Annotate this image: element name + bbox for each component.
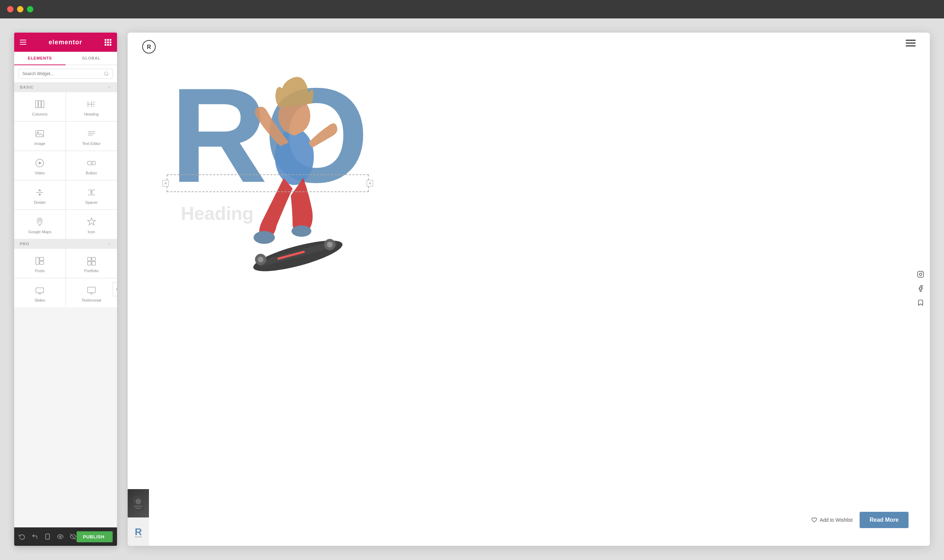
svg-rect-56 (88, 257, 91, 261)
sidebar-collapse-handle[interactable] (113, 282, 117, 296)
svg-point-7 (327, 242, 333, 248)
widget-columns[interactable]: Columns (14, 92, 66, 121)
menu-line (20, 44, 26, 45)
wishlist-button[interactable]: Add to Wishlist (812, 517, 853, 523)
widget-image-label: Image (34, 142, 45, 146)
widget-slides[interactable]: Slides (14, 278, 66, 307)
svg-point-15 (919, 273, 922, 276)
hamburger-line-2 (906, 43, 916, 44)
collapse-icon-pro (107, 242, 111, 246)
website-content: R RO (128, 32, 930, 546)
widget-heading-label: Heading (84, 112, 99, 116)
menu-line (20, 42, 26, 43)
publish-dropdown-arrow[interactable]: ▲ (111, 532, 113, 542)
chevron-left-icon (115, 287, 117, 291)
widget-divider-label: Divider (34, 200, 46, 205)
widget-video[interactable]: Video (14, 151, 66, 180)
maximize-button[interactable] (27, 6, 33, 12)
image-icon (35, 129, 45, 138)
elementor-logo: elementor (49, 38, 82, 46)
preview-icon[interactable] (57, 533, 64, 540)
widget-image[interactable]: Image (14, 122, 66, 151)
widget-button[interactable]: Button (66, 151, 117, 180)
widget-divider[interactable]: Divider (14, 180, 66, 209)
widget-button-label: Button (86, 171, 97, 175)
svg-point-51 (38, 219, 41, 222)
google-maps-icon (35, 217, 45, 227)
svg-marker-40 (38, 162, 42, 165)
section-basic[interactable]: BASIC (14, 82, 117, 92)
svg-rect-64 (46, 534, 50, 540)
search-input[interactable] (22, 71, 101, 76)
svg-point-5 (258, 257, 263, 262)
undo-icon[interactable] (31, 533, 38, 540)
portfolio-icon (86, 256, 97, 266)
columns-icon (35, 99, 45, 109)
widget-spacer[interactable]: Spacer (66, 180, 117, 209)
svg-point-66 (60, 536, 62, 538)
thumbnail-2[interactable]: R (128, 517, 149, 546)
pro-widget-grid: Posts Portfolio (14, 249, 117, 307)
svg-rect-60 (36, 288, 44, 293)
eye-icon[interactable] (69, 533, 77, 540)
selection-handle-left[interactable]: ✕ (162, 180, 169, 186)
basic-widget-grid: Columns Heading (14, 92, 117, 239)
header-menu-icon[interactable] (20, 40, 26, 45)
grid-dot (105, 44, 106, 46)
bookmark-icon[interactable] (917, 299, 924, 308)
widget-google-maps[interactable]: Google Maps (14, 210, 66, 239)
search-box (18, 69, 113, 79)
svg-rect-63 (88, 287, 95, 293)
svg-text:R: R (135, 526, 142, 537)
thumbnail-1[interactable] (128, 489, 149, 517)
svg-rect-55 (40, 261, 44, 265)
widget-google-maps-label: Google Maps (28, 230, 51, 234)
section-pro[interactable]: PRO (14, 239, 117, 249)
svg-rect-34 (36, 131, 44, 137)
widget-posts-label: Posts (35, 269, 45, 273)
facebook-icon[interactable] (917, 285, 924, 294)
minimize-button[interactable] (17, 6, 23, 12)
skater-illustration (199, 50, 383, 282)
publish-label: PUBLISH (77, 531, 111, 542)
window-chrome (0, 0, 944, 18)
svg-rect-59 (92, 262, 95, 265)
section-pro-label: PRO (20, 242, 29, 246)
history-icon[interactable] (18, 533, 26, 540)
grid-dot (107, 39, 109, 41)
collapse-icon (107, 85, 111, 89)
grid-dot (109, 42, 111, 43)
search-area (14, 65, 117, 82)
apps-grid-icon[interactable] (105, 39, 111, 46)
widget-heading[interactable]: Heading (66, 92, 117, 121)
widget-icon[interactable]: Icon (66, 210, 117, 239)
widget-text-editor[interactable]: Text Editor (66, 122, 117, 151)
svg-rect-54 (40, 257, 44, 260)
button-icon (86, 158, 97, 168)
toolbar-icons (18, 533, 77, 540)
close-button[interactable] (7, 6, 14, 12)
grid-dot (105, 42, 106, 43)
responsive-icon[interactable] (44, 533, 51, 540)
selection-handle-right[interactable]: ✕ (367, 180, 373, 186)
tab-global[interactable]: GLOBAL (66, 52, 117, 65)
site-hamburger-icon[interactable] (906, 40, 916, 46)
widgets-scroll[interactable]: BASIC Columns (14, 82, 117, 528)
grid-dot (107, 42, 109, 43)
svg-rect-27 (42, 101, 44, 108)
svg-rect-58 (88, 262, 91, 265)
widget-posts[interactable]: Posts (14, 249, 66, 278)
wishlist-label: Add to Wishlist (820, 517, 853, 523)
svg-rect-53 (36, 257, 39, 265)
publish-button[interactable]: PUBLISH ▲ (77, 531, 113, 542)
read-more-button[interactable]: Read More (859, 512, 909, 528)
svg-rect-14 (918, 271, 924, 277)
widget-testimonial[interactable]: Testimonial (66, 278, 117, 307)
elementor-tabs: ELEMENTS GLOBAL (14, 52, 117, 65)
tab-elements[interactable]: ELEMENTS (14, 52, 66, 65)
heading-icon (86, 99, 97, 109)
svg-marker-46 (38, 189, 41, 191)
widget-portfolio[interactable]: Portfolio (66, 249, 117, 278)
instagram-icon[interactable] (917, 271, 924, 279)
app-container: R RO (0, 18, 944, 560)
